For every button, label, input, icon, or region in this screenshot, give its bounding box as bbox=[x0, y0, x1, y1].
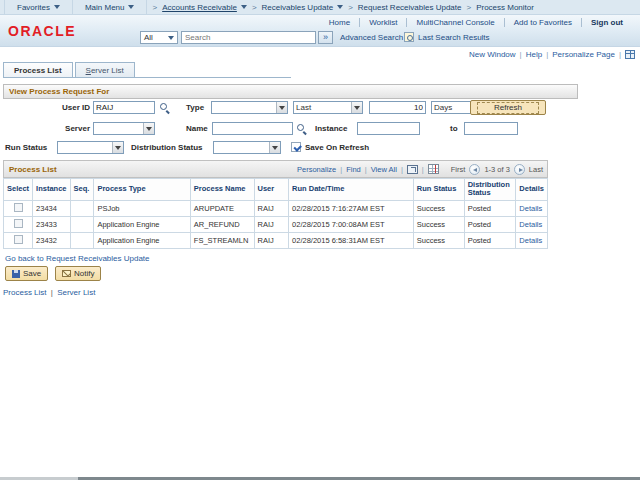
distribution-status-select[interactable] bbox=[213, 141, 281, 154]
cell-seq bbox=[70, 232, 94, 248]
favorites-menu[interactable]: Favorites bbox=[4, 0, 73, 15]
row-select-checkbox[interactable] bbox=[14, 235, 23, 244]
search-input[interactable] bbox=[181, 31, 316, 44]
main-menu-label: Main Menu bbox=[85, 3, 125, 12]
name-lookup-icon[interactable] bbox=[297, 124, 307, 134]
col-run-status: Run Status bbox=[413, 179, 464, 201]
refresh-button[interactable]: Refresh bbox=[470, 100, 546, 115]
go-back-link[interactable]: Go back to Request Receivables Update bbox=[5, 254, 150, 263]
header-band: ORACLE Home Worklist MultiChannel Consol… bbox=[0, 15, 640, 47]
zoom-grid-icon[interactable] bbox=[407, 165, 418, 174]
table-row: 23434 PSJob ARUPDATE RAIJ 02/28/2015 7:1… bbox=[4, 200, 548, 216]
to-label: to bbox=[450, 124, 458, 133]
view-all-link[interactable]: View All bbox=[371, 165, 397, 174]
details-link[interactable]: Details bbox=[519, 204, 542, 213]
row-select-checkbox[interactable] bbox=[14, 203, 23, 212]
save-label: Save bbox=[23, 269, 41, 278]
row-select-checkbox[interactable] bbox=[14, 219, 23, 228]
chevron-down-icon bbox=[115, 146, 121, 150]
find-link[interactable]: Find bbox=[346, 165, 361, 174]
cell-run-datetime: 02/28/2015 7:00:08AM EST bbox=[289, 216, 414, 232]
multichannel-console-link[interactable]: MultiChannel Console bbox=[406, 18, 503, 27]
breadcrumb-separator: > bbox=[466, 3, 471, 12]
server-select[interactable] bbox=[93, 122, 155, 135]
run-status-label: Run Status bbox=[5, 143, 47, 152]
footer-tab-links: Process List | Server List bbox=[3, 288, 95, 297]
instance-from-input[interactable] bbox=[357, 122, 420, 135]
breadcrumb-separator: > bbox=[252, 3, 257, 12]
grid-pager: First 1-3 of 3 Last bbox=[451, 164, 543, 175]
breadcrumb: Favorites Main Menu > Accounts Receivabl… bbox=[0, 0, 640, 15]
download-to-excel-icon[interactable] bbox=[428, 164, 439, 174]
advanced-search-link[interactable]: Advanced Search bbox=[340, 33, 403, 42]
details-link[interactable]: Details bbox=[519, 236, 542, 245]
dropdown-button bbox=[276, 102, 287, 113]
view-process-request-header: View Process Request For bbox=[3, 84, 578, 99]
days-count-input[interactable] bbox=[369, 101, 426, 114]
pager-last-label: Last bbox=[529, 165, 543, 174]
tab-strip: Process List Server List bbox=[3, 62, 291, 78]
separator: | bbox=[619, 50, 621, 59]
worklist-link[interactable]: Worklist bbox=[359, 18, 406, 27]
instance-label: Instance bbox=[315, 124, 347, 133]
personalize-link[interactable]: Personalize bbox=[297, 165, 336, 174]
last-select[interactable]: Last bbox=[293, 101, 363, 114]
breadcrumb-accounts-receivable[interactable]: Accounts Receivable bbox=[162, 3, 247, 12]
separator: | bbox=[365, 165, 367, 174]
search-scope-select[interactable]: All bbox=[140, 31, 178, 44]
dropdown-button bbox=[269, 142, 280, 153]
chevron-down-icon bbox=[128, 5, 134, 9]
user-id-input[interactable] bbox=[93, 101, 155, 114]
last-search-results-link[interactable]: Last Search Results bbox=[418, 33, 490, 42]
new-window-link[interactable]: New Window bbox=[469, 50, 516, 59]
separator: | bbox=[520, 50, 522, 59]
user-id-lookup-icon[interactable] bbox=[160, 103, 170, 113]
cell-process-name: AR_REFUND bbox=[190, 216, 254, 232]
type-label: Type bbox=[186, 103, 204, 112]
personalize-layout-icon[interactable] bbox=[625, 50, 635, 59]
cell-run-datetime: 02/28/2015 6:58:31AM EST bbox=[289, 232, 414, 248]
name-label: Name bbox=[186, 124, 208, 133]
sign-out-link[interactable]: Sign out bbox=[581, 18, 632, 27]
help-link[interactable]: Help bbox=[526, 50, 542, 59]
process-name-input[interactable] bbox=[212, 122, 293, 135]
personalize-page-link[interactable]: Personalize Page bbox=[552, 50, 615, 59]
cell-process-type: Application Engine bbox=[94, 216, 190, 232]
process-list-footer-link[interactable]: Process List bbox=[3, 288, 47, 297]
pager-previous-icon[interactable] bbox=[469, 164, 480, 175]
run-status-select[interactable] bbox=[57, 141, 124, 154]
home-link[interactable]: Home bbox=[320, 18, 359, 27]
add-to-favorites-link[interactable]: Add to Favorites bbox=[504, 18, 581, 27]
portal-links: Home Worklist MultiChannel Console Add t… bbox=[320, 18, 632, 27]
process-name-link[interactable]: ARUPDATE bbox=[190, 200, 254, 216]
notify-label: Notify bbox=[74, 269, 94, 278]
separator: | bbox=[422, 165, 424, 174]
dropdown-button bbox=[143, 123, 154, 134]
tab-server-list[interactable]: Server List bbox=[75, 62, 135, 77]
search-go-button[interactable]: » bbox=[318, 31, 333, 44]
main-menu[interactable]: Main Menu bbox=[73, 0, 148, 15]
crumb-label: Request Receivables Update bbox=[358, 3, 462, 12]
server-label: Server bbox=[30, 124, 90, 133]
cell-distribution-status: Posted bbox=[464, 216, 516, 232]
chevron-down-icon bbox=[354, 106, 360, 110]
details-link[interactable]: Details bbox=[519, 220, 542, 229]
server-list-footer-link[interactable]: Server List bbox=[57, 288, 95, 297]
cell-run-status: Success bbox=[413, 216, 464, 232]
save-on-refresh-checkbox[interactable] bbox=[291, 142, 301, 152]
breadcrumb-request-receivables-update[interactable]: Request Receivables Update bbox=[358, 3, 462, 12]
save-button[interactable]: Save bbox=[5, 266, 48, 281]
chevron-down-icon bbox=[54, 5, 60, 9]
col-user: User bbox=[254, 179, 289, 201]
col-process-type: Process Type bbox=[94, 179, 190, 201]
pager-next-icon[interactable] bbox=[514, 164, 525, 175]
tab-process-list[interactable]: Process List bbox=[3, 62, 73, 77]
cell-process-name: FS_STREAMLN bbox=[190, 232, 254, 248]
instance-to-input[interactable] bbox=[464, 122, 518, 135]
pager-range: 1-3 of 3 bbox=[484, 165, 509, 174]
notify-button[interactable]: Notify bbox=[55, 266, 101, 281]
type-select[interactable] bbox=[211, 101, 288, 114]
breadcrumb-receivables-update[interactable]: Receivables Update bbox=[262, 3, 344, 12]
last-search-results-icon bbox=[404, 32, 414, 42]
col-select: Select bbox=[4, 179, 33, 201]
